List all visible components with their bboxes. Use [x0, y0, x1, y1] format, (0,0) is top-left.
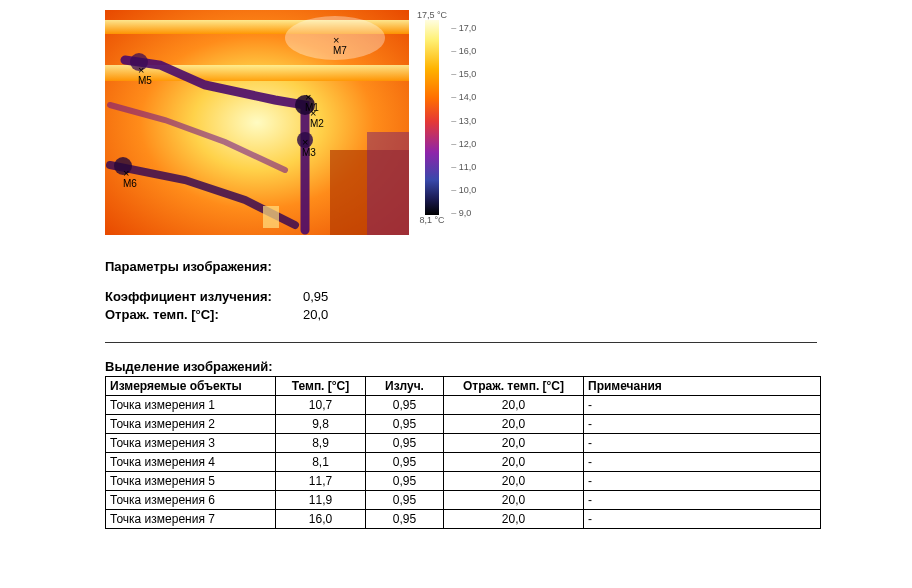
param-row-refl: Отраж. темп. [°С]: 20,0 [105, 306, 817, 324]
cell-emis: 0,95 [366, 491, 444, 510]
cell-temp: 8,1 [276, 453, 366, 472]
thermal-report-top: ×M1×M2×M3×M5×M6×M7 17,5 °C 8,1 °C 17,016… [0, 10, 912, 235]
cell-emis: 0,95 [366, 453, 444, 472]
col-header-temp: Темп. [°С] [276, 377, 366, 396]
measure-marker-m2: ×M2 [310, 108, 324, 129]
cell-note: - [584, 472, 821, 491]
cell-temp: 8,9 [276, 434, 366, 453]
cell-temp: 16,0 [276, 510, 366, 529]
emissivity-value: 0,95 [303, 288, 328, 306]
scale-tick: 13,0 [451, 116, 476, 126]
cell-note: - [584, 491, 821, 510]
cell-refl: 20,0 [444, 453, 584, 472]
cell-note: - [584, 510, 821, 529]
cell-object: Точка измерения 4 [106, 453, 276, 472]
cell-temp: 10,7 [276, 396, 366, 415]
cell-emis: 0,95 [366, 396, 444, 415]
scale-tick: 11,0 [451, 162, 476, 172]
col-header-emis: Излуч. [366, 377, 444, 396]
table-title: Выделение изображений: [105, 359, 817, 374]
cell-refl: 20,0 [444, 491, 584, 510]
cell-object: Точка измерения 5 [106, 472, 276, 491]
scale-tick: 12,0 [451, 139, 476, 149]
col-header-object: Измеряемые объекты [106, 377, 276, 396]
measurements-table: Измеряемые объекты Темп. [°С] Излуч. Отр… [105, 376, 821, 529]
cell-refl: 20,0 [444, 434, 584, 453]
param-row-emissivity: Коэффициент излучения: 0,95 [105, 288, 817, 306]
color-scale: 17,5 °C 8,1 °C 17,016,015,014,013,012,01… [417, 10, 476, 235]
cell-note: - [584, 434, 821, 453]
emissivity-label: Коэффициент излучения: [105, 288, 303, 306]
table-row: Точка измерения 511,70,9520,0- [106, 472, 821, 491]
image-params-section: Параметры изображения: Коэффициент излуч… [0, 259, 912, 324]
table-header-row: Измеряемые объекты Темп. [°С] Излуч. Отр… [106, 377, 821, 396]
scale-ticks: 17,016,015,014,013,012,011,010,09,0 [451, 23, 476, 218]
scale-tick: 9,0 [451, 208, 476, 218]
cell-object: Точка измерения 6 [106, 491, 276, 510]
scale-max-label: 17,5 °C [417, 10, 447, 20]
scale-tick: 16,0 [451, 46, 476, 56]
table-row: Точка измерения 38,90,9520,0- [106, 434, 821, 453]
section-divider [105, 342, 817, 343]
measure-marker-m6: ×M6 [123, 168, 137, 189]
thermal-image [105, 10, 409, 235]
cell-object: Точка измерения 2 [106, 415, 276, 434]
cell-emis: 0,95 [366, 472, 444, 491]
table-row: Точка измерения 716,00,9520,0- [106, 510, 821, 529]
cell-object: Точка измерения 3 [106, 434, 276, 453]
scale-tick: 10,0 [451, 185, 476, 195]
measure-marker-m3: ×M3 [302, 137, 316, 158]
cell-temp: 11,7 [276, 472, 366, 491]
cell-note: - [584, 396, 821, 415]
table-row: Точка измерения 611,90,9520,0- [106, 491, 821, 510]
cell-emis: 0,95 [366, 415, 444, 434]
scale-tick: 14,0 [451, 92, 476, 102]
cell-refl: 20,0 [444, 396, 584, 415]
thermal-image-container: ×M1×M2×M3×M5×M6×M7 [105, 10, 409, 235]
svg-rect-10 [263, 206, 279, 228]
scale-tick: 17,0 [451, 23, 476, 33]
table-row: Точка измерения 29,80,9520,0- [106, 415, 821, 434]
cell-temp: 9,8 [276, 415, 366, 434]
measurements-section: Выделение изображений: Измеряемые объект… [0, 359, 912, 529]
refl-label: Отраж. темп. [°С]: [105, 306, 303, 324]
cell-refl: 20,0 [444, 415, 584, 434]
params-title: Параметры изображения: [105, 259, 817, 274]
cell-refl: 20,0 [444, 472, 584, 491]
col-header-note: Примечания [584, 377, 821, 396]
cell-object: Точка измерения 7 [106, 510, 276, 529]
measure-marker-m5: ×M5 [138, 65, 152, 86]
cell-note: - [584, 415, 821, 434]
scale-tick: 15,0 [451, 69, 476, 79]
cell-refl: 20,0 [444, 510, 584, 529]
cell-temp: 11,9 [276, 491, 366, 510]
measure-marker-m7: ×M7 [333, 35, 347, 56]
cell-emis: 0,95 [366, 510, 444, 529]
scale-min-label: 8,1 °C [420, 215, 445, 225]
refl-value: 20,0 [303, 306, 328, 324]
svg-rect-4 [367, 132, 409, 235]
col-header-refl: Отраж. темп. [°С] [444, 377, 584, 396]
cell-emis: 0,95 [366, 434, 444, 453]
scale-gradient-bar [425, 20, 439, 215]
table-row: Точка измерения 110,70,9520,0- [106, 396, 821, 415]
cell-note: - [584, 453, 821, 472]
table-row: Точка измерения 48,10,9520,0- [106, 453, 821, 472]
cell-object: Точка измерения 1 [106, 396, 276, 415]
